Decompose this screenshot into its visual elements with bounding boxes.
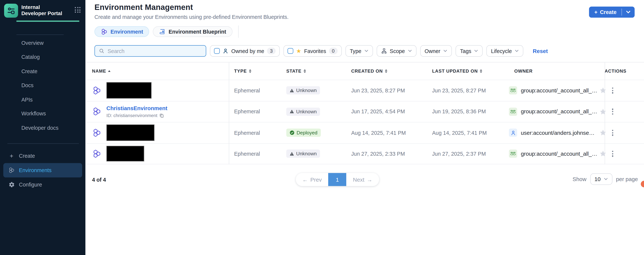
column-divider: [229, 62, 229, 164]
row-menu-icon[interactable]: [611, 150, 614, 158]
sidebar-item-create-action[interactable]: + Create: [3, 148, 82, 163]
state-cell: Unknown: [286, 150, 346, 158]
create-dropdown-button[interactable]: [622, 6, 635, 18]
hexagons-icon: [100, 28, 108, 35]
favorites-count: 0: [329, 48, 338, 54]
last-updated-cell: Jun 23, 2025, 8:27 PM: [427, 87, 509, 94]
hexagons-icon: [8, 167, 15, 173]
dropdown-label: Owner: [425, 48, 440, 54]
favorite-star-icon[interactable]: [600, 129, 607, 137]
gear-icon: [8, 181, 15, 188]
created-on-cell: Jun 23, 2025, 8:27 PM: [346, 87, 427, 94]
tags-filter-dropdown[interactable]: Tags: [456, 45, 483, 57]
name-cell: [92, 82, 229, 99]
search-box: [94, 45, 206, 57]
state-cell: Unknown: [286, 86, 346, 95]
owned-by-me-label: Owned by me: [231, 48, 264, 54]
actions-cell: [600, 86, 644, 94]
owned-by-me-filter[interactable]: Owned by me 3: [210, 45, 280, 57]
favorite-star-icon[interactable]: [600, 150, 607, 158]
lifecycle-filter-dropdown[interactable]: Lifecycle: [486, 45, 523, 57]
search-input[interactable]: [108, 48, 202, 54]
sidebar-item-workflows[interactable]: Workflows: [0, 106, 86, 121]
page-number-button[interactable]: 1: [328, 173, 346, 186]
arrow-left-icon: ←: [302, 176, 308, 182]
main-content: Environment Management Create and manage…: [86, 0, 644, 255]
environment-icon: [92, 86, 102, 95]
owner-cell: group:account/_account_all_…: [509, 86, 599, 95]
column-header-type[interactable]: TYPE: [229, 68, 286, 73]
environment-icon: [92, 128, 102, 138]
favorites-filter[interactable]: ★ Favorites 0: [283, 45, 342, 57]
sidebar-item-overview[interactable]: Overview: [0, 36, 86, 50]
column-header-last-updated-on[interactable]: LAST UPDATED ON: [427, 68, 509, 73]
column-header-name[interactable]: NAME: [92, 68, 229, 73]
environment-name-link[interactable]: ChristiansEnvironment: [106, 105, 168, 112]
table-row[interactable]: Ephemeral Deployed Aug 14, 2025, 7:41 PM…: [86, 122, 644, 143]
tab-environment-blueprint[interactable]: Environment Blueprint: [153, 26, 232, 37]
column-header-owner: OWNER: [509, 68, 599, 73]
column-header-actions: ACTIONS: [600, 68, 644, 73]
sidebar-item-create[interactable]: Create: [0, 64, 86, 78]
table-row[interactable]: Ephemeral Unknown Jun 27, 2025, 2:33 PM …: [86, 143, 644, 164]
actions-cell: [600, 150, 644, 158]
row-menu-icon[interactable]: [611, 108, 614, 116]
status-badge: Unknown: [286, 108, 320, 116]
status-badge: Unknown: [286, 150, 320, 158]
row-menu-icon[interactable]: [611, 86, 614, 94]
dropdown-label: Scope: [390, 48, 405, 54]
environment-id: ID: christiansenvironment: [106, 113, 168, 118]
reset-filters-link[interactable]: Reset: [533, 48, 548, 54]
next-page-button[interactable]: Next →: [346, 173, 379, 186]
scope-filter-dropdown[interactable]: Scope: [376, 45, 416, 57]
check-circle-icon: [290, 130, 294, 135]
sidebar-divider: [8, 143, 79, 144]
apps-grid-icon[interactable]: [75, 7, 80, 13]
owner-cell: group:account/_account_all_…: [509, 108, 599, 116]
search-icon: [99, 48, 104, 54]
sort-icon: [304, 70, 306, 72]
sidebar-item-apis[interactable]: APIs: [0, 92, 86, 106]
per-page-label: per page: [616, 176, 638, 182]
state-cell: Deployed: [286, 128, 346, 137]
sidebar-item-environments[interactable]: Environments: [3, 163, 82, 177]
favorite-star-icon[interactable]: [600, 108, 607, 115]
brand-accent-rule: [16, 20, 79, 22]
type-filter-dropdown[interactable]: Type: [345, 45, 373, 57]
group-icon: [509, 108, 517, 116]
prev-page-button[interactable]: ← Prev: [296, 173, 328, 186]
dropdown-label: Tags: [460, 48, 471, 54]
favorite-star-icon[interactable]: [600, 87, 607, 94]
copy-icon[interactable]: [160, 113, 164, 118]
plus-icon: +: [8, 152, 15, 159]
create-button[interactable]: + Create: [589, 6, 622, 18]
type-cell: Ephemeral: [229, 108, 286, 114]
sidebar-item-catalog[interactable]: Catalog: [0, 50, 86, 64]
sidebar-item-configure[interactable]: Configure: [3, 177, 82, 192]
table-row[interactable]: Ephemeral Unknown Jun 23, 2025, 8:27 PM …: [86, 80, 644, 101]
favorites-checkbox[interactable]: [288, 48, 293, 54]
page-size-control: Show 10 per page: [572, 174, 638, 185]
column-header-created-on[interactable]: CREATED ON: [346, 68, 427, 73]
sidebar-item-docs[interactable]: Docs: [0, 78, 86, 92]
owner-filter-dropdown[interactable]: Owner: [420, 45, 452, 57]
table-row[interactable]: ChristiansEnvironment ID: christiansenvi…: [86, 101, 644, 122]
sort-icon: [385, 70, 387, 72]
table-body: Ephemeral Unknown Jun 23, 2025, 8:27 PM …: [86, 80, 644, 164]
column-header-state[interactable]: STATE: [286, 68, 346, 73]
environment-icon: [92, 107, 102, 116]
status-badge: Deployed: [286, 128, 321, 137]
owned-by-me-count: 3: [267, 48, 276, 54]
sidebar-item-developer-docs[interactable]: Developer docs: [0, 121, 86, 135]
row-menu-icon[interactable]: [611, 129, 614, 137]
owner-cell: group:account/_account_all_…: [509, 150, 599, 158]
tab-environment[interactable]: Environment: [94, 26, 149, 37]
owned-by-me-checkbox[interactable]: [214, 48, 220, 54]
owner-label: group:account/_account_all_…: [521, 151, 597, 157]
created-on-cell: Jun 17, 2025, 4:54 PM: [346, 108, 427, 114]
warning-icon: [290, 152, 294, 156]
environments-table: NAME TYPE STATE CREATED ON LAST UPDATED …: [86, 62, 644, 164]
page-size-select[interactable]: 10: [590, 174, 612, 185]
sidebar-item-label: Configure: [19, 182, 42, 188]
owner-cell: user:account/anders.johnse…: [509, 128, 599, 137]
